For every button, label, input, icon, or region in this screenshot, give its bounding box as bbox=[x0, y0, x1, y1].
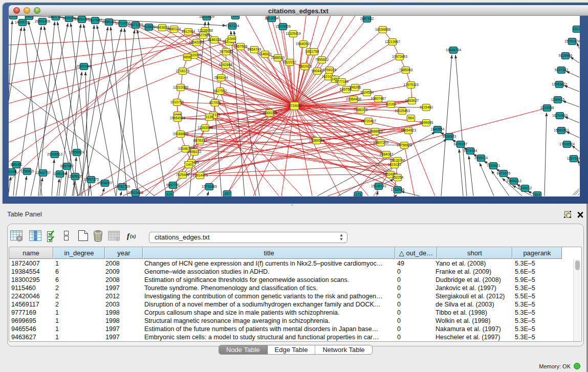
svg-text:7357224: 7357224 bbox=[226, 24, 239, 28]
svg-text:20364436: 20364436 bbox=[346, 97, 361, 101]
svg-text:16033809: 16033809 bbox=[199, 16, 214, 18]
svg-text:2616: 2616 bbox=[9, 16, 17, 17]
svg-text:7485063: 7485063 bbox=[399, 68, 413, 72]
svg-text:9397587: 9397587 bbox=[60, 164, 74, 168]
svg-text:9427552: 9427552 bbox=[213, 89, 227, 93]
svg-text:8938923: 8938923 bbox=[443, 135, 456, 138]
svg-text:19654923: 19654923 bbox=[401, 128, 416, 132]
svg-text:10973493: 10973493 bbox=[392, 55, 407, 58]
svg-text:163: 163 bbox=[232, 16, 238, 17]
svg-text:173: 173 bbox=[355, 193, 361, 196]
svg-text:7386372: 7386372 bbox=[354, 108, 368, 112]
svg-text:10025453: 10025453 bbox=[395, 109, 410, 113]
svg-text:15692901: 15692901 bbox=[554, 128, 569, 132]
svg-text:746266: 746266 bbox=[350, 85, 361, 89]
svg-text:9657791: 9657791 bbox=[166, 183, 180, 187]
svg-text:6794028: 6794028 bbox=[323, 68, 337, 72]
svg-text:6466160: 6466160 bbox=[102, 20, 116, 24]
svg-text:12942737: 12942737 bbox=[35, 171, 51, 174]
svg-text:15751074: 15751074 bbox=[564, 39, 580, 43]
svg-text:7955812: 7955812 bbox=[315, 58, 329, 61]
svg-text:1815112: 1815112 bbox=[388, 163, 401, 166]
svg-text:9227342: 9227342 bbox=[555, 68, 569, 72]
svg-text:14055712: 14055712 bbox=[15, 20, 30, 24]
svg-text:1244415: 1244415 bbox=[551, 98, 565, 101]
svg-text:6479197: 6479197 bbox=[454, 142, 468, 146]
svg-text:19837197: 19837197 bbox=[48, 16, 63, 18]
svg-text:9527506: 9527506 bbox=[197, 33, 210, 37]
svg-text:12093822: 12093822 bbox=[552, 82, 567, 86]
svg-text:9474444: 9474444 bbox=[464, 149, 477, 152]
svg-text:1145194: 1145194 bbox=[53, 172, 67, 176]
svg-text:15807249: 15807249 bbox=[373, 141, 388, 144]
svg-text:16782759: 16782759 bbox=[115, 185, 130, 188]
svg-text:62160: 62160 bbox=[386, 102, 396, 106]
svg-text:2588520: 2588520 bbox=[271, 56, 285, 59]
svg-text:2087652: 2087652 bbox=[360, 17, 374, 20]
svg-text:17975115: 17975115 bbox=[403, 83, 419, 86]
svg-text:11353594: 11353594 bbox=[198, 126, 213, 129]
svg-text:1267534: 1267534 bbox=[567, 157, 580, 160]
svg-text:17957275: 17957275 bbox=[83, 178, 99, 181]
svg-text:1861: 1861 bbox=[25, 16, 33, 18]
svg-text:924: 924 bbox=[534, 193, 540, 196]
svg-text:10958107: 10958107 bbox=[97, 181, 113, 185]
svg-text:16154838: 16154838 bbox=[375, 28, 390, 31]
svg-text:7632621: 7632621 bbox=[487, 164, 500, 167]
svg-text:18300295: 18300295 bbox=[262, 111, 277, 115]
svg-text:3624554: 3624554 bbox=[360, 91, 374, 94]
svg-text:(x): (x) bbox=[130, 233, 136, 239]
svg-text:8322037: 8322037 bbox=[283, 60, 297, 64]
svg-text:12213389: 12213389 bbox=[173, 85, 188, 89]
svg-text:6498222: 6498222 bbox=[188, 150, 202, 154]
svg-text:17359924: 17359924 bbox=[69, 150, 84, 154]
svg-text:16671355: 16671355 bbox=[128, 23, 143, 27]
svg-text:18724007: 18724007 bbox=[287, 104, 302, 107]
svg-text:9463627: 9463627 bbox=[405, 99, 419, 102]
svg-text:9329966: 9329966 bbox=[559, 54, 573, 57]
svg-text:1733426: 1733426 bbox=[391, 188, 405, 191]
svg-text:16648784: 16648784 bbox=[446, 48, 461, 52]
svg-text:12905135: 12905135 bbox=[68, 174, 83, 178]
svg-text:20691406: 20691406 bbox=[35, 19, 50, 23]
svg-text:817006: 817006 bbox=[209, 101, 221, 104]
svg-text:19654923: 19654923 bbox=[170, 116, 185, 120]
svg-text:9777169: 9777169 bbox=[335, 80, 349, 83]
svg-text:3675685: 3675685 bbox=[220, 50, 233, 53]
svg-text:2803144: 2803144 bbox=[214, 76, 228, 79]
svg-text:8186328: 8186328 bbox=[208, 38, 222, 41]
svg-text:8454749: 8454749 bbox=[248, 48, 262, 51]
svg-text:10807487: 10807487 bbox=[371, 97, 386, 100]
svg-text:9242848: 9242848 bbox=[219, 63, 233, 67]
svg-text:12923448: 12923448 bbox=[128, 191, 143, 194]
svg-text:19384554: 19384554 bbox=[309, 139, 324, 142]
svg-text:20053346: 20053346 bbox=[76, 64, 92, 68]
svg-text:11758: 11758 bbox=[310, 50, 319, 53]
svg-text:15716485: 15716485 bbox=[202, 185, 217, 188]
svg-text:20206513: 20206513 bbox=[47, 152, 62, 156]
svg-text:39159: 39159 bbox=[9, 170, 16, 173]
svg-text:9699695: 9699695 bbox=[420, 121, 433, 124]
svg-text:15136141: 15136141 bbox=[371, 184, 386, 188]
svg-text:8813054: 8813054 bbox=[265, 16, 279, 20]
svg-text:885061: 885061 bbox=[11, 163, 23, 166]
svg-text:252254: 252254 bbox=[392, 176, 404, 179]
svg-text:8471676: 8471676 bbox=[497, 171, 511, 175]
svg-text:11325419: 11325419 bbox=[286, 32, 301, 35]
svg-text:15218506: 15218506 bbox=[275, 25, 291, 28]
svg-text:1010755: 1010755 bbox=[170, 100, 184, 104]
svg-text:1135: 1135 bbox=[206, 115, 213, 119]
svg-text:10654112: 10654112 bbox=[506, 179, 521, 183]
svg-text:16543382: 16543382 bbox=[189, 40, 204, 44]
svg-text:3215958: 3215958 bbox=[540, 106, 554, 110]
svg-text:2935114: 2935114 bbox=[474, 156, 488, 160]
svg-text:9896: 9896 bbox=[183, 55, 191, 59]
svg-text:140: 140 bbox=[186, 163, 192, 166]
svg-text:9146821: 9146821 bbox=[258, 52, 272, 56]
svg-text:2367608: 2367608 bbox=[234, 45, 248, 48]
svg-text:1546: 1546 bbox=[228, 37, 235, 40]
svg-text:7625402: 7625402 bbox=[176, 173, 190, 177]
svg-text:16210643: 16210643 bbox=[552, 114, 568, 117]
svg-text:9245612: 9245612 bbox=[518, 186, 532, 190]
svg-text:1362615: 1362615 bbox=[298, 64, 312, 68]
